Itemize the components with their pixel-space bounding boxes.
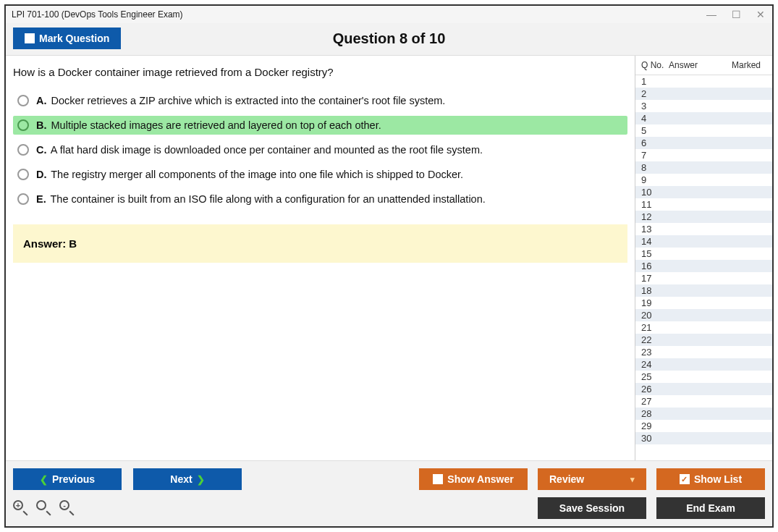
- navigator-qno: 11: [641, 199, 669, 210]
- zoom-reset-icon[interactable]: [36, 500, 52, 516]
- previous-button[interactable]: ❮ Previous: [13, 468, 122, 490]
- option-letter: C.: [36, 144, 47, 156]
- navigator-marked-cell: [724, 359, 768, 370]
- question-pane: How is a Docker container image retrieve…: [6, 56, 635, 460]
- navigator-row[interactable]: 3: [635, 100, 772, 112]
- navigator-row[interactable]: 29: [635, 420, 772, 432]
- navigator-row[interactable]: 26: [635, 383, 772, 395]
- navigator-answer-cell: [669, 371, 724, 382]
- navigator-marked-cell: [724, 285, 768, 296]
- action-buttons-2: Save Session End Exam: [538, 497, 765, 519]
- navigator-qno: 27: [641, 396, 669, 407]
- navigator-marked-cell: [724, 371, 768, 382]
- navigator-row[interactable]: 8: [635, 161, 772, 174]
- navigator-row[interactable]: 7: [635, 149, 772, 161]
- navigator-row[interactable]: 24: [635, 358, 772, 371]
- maximize-button[interactable]: ☐: [730, 9, 742, 20]
- option-row[interactable]: A. Docker retrieves a ZIP archive which …: [13, 91, 627, 110]
- option-row[interactable]: E. The container is built from an ISO fi…: [13, 190, 627, 208]
- navigator-row[interactable]: 15: [635, 248, 772, 260]
- navigator-row[interactable]: 20: [635, 309, 772, 321]
- navigator-answer-cell: [669, 113, 724, 124]
- save-session-button[interactable]: Save Session: [538, 497, 646, 519]
- minimize-button[interactable]: —: [706, 9, 717, 20]
- navigator-answer-cell: [669, 297, 724, 308]
- navigator-row[interactable]: 16: [635, 260, 772, 272]
- review-label: Review: [549, 473, 584, 485]
- review-button[interactable]: Review ▾: [538, 468, 646, 490]
- option-row[interactable]: C. A flat hard disk image is downloaded …: [13, 140, 627, 159]
- navigator-row[interactable]: 10: [635, 186, 772, 198]
- navigator-answer-cell: [669, 310, 724, 321]
- next-button[interactable]: Next ❯: [133, 468, 242, 490]
- navigator-row[interactable]: 28: [635, 408, 772, 420]
- navigator-row[interactable]: 30: [635, 432, 772, 444]
- navigator-row[interactable]: 25: [635, 371, 772, 383]
- navigator-marked-cell: [724, 347, 768, 358]
- navigator-row[interactable]: 5: [635, 124, 772, 137]
- navigator-qno: 12: [641, 211, 669, 222]
- navigator-row[interactable]: 22: [635, 334, 772, 346]
- navigator-row[interactable]: 9: [635, 174, 772, 186]
- title-bar: LPI 701-100 (DevOps Tools Engineer Exam)…: [6, 6, 772, 23]
- show-answer-button[interactable]: Show Answer: [419, 468, 528, 490]
- navigator-list[interactable]: 1234567891011121314151617181920212223242…: [635, 75, 772, 460]
- navigator-answer-cell: [669, 273, 724, 284]
- header-answer: Answer: [669, 60, 724, 70]
- previous-label: Previous: [52, 473, 95, 485]
- zoom-out-icon[interactable]: -: [59, 500, 75, 516]
- option-row[interactable]: B. Multiple stacked images are retrieved…: [13, 116, 627, 135]
- navigator-answer-cell: [669, 322, 724, 333]
- navigator-row[interactable]: 14: [635, 235, 772, 248]
- question-navigator: Q No. Answer Marked 12345678910111213141…: [635, 56, 772, 460]
- navigator-row[interactable]: 13: [635, 223, 772, 235]
- window-controls: — ☐ ✕: [706, 9, 766, 20]
- navigator-answer-cell: [669, 396, 724, 407]
- mark-question-button[interactable]: Mark Question: [13, 28, 121, 49]
- navigator-row[interactable]: 19: [635, 297, 772, 309]
- navigator-row[interactable]: 6: [635, 137, 772, 149]
- end-exam-button[interactable]: End Exam: [656, 497, 765, 519]
- navigator-row[interactable]: 17: [635, 272, 772, 284]
- option-text: E. The container is built from an ISO fi…: [36, 193, 486, 205]
- navigator-marked-cell: [724, 384, 768, 394]
- footer-row-1: ❮ Previous Next ❯ Show Answer Review ▾: [13, 468, 765, 490]
- navigator-row[interactable]: 4: [635, 112, 772, 124]
- navigator-row[interactable]: 2: [635, 88, 772, 100]
- option-letter: B.: [36, 119, 47, 131]
- close-button[interactable]: ✕: [755, 9, 766, 20]
- zoom-in-icon[interactable]: +: [13, 500, 29, 516]
- show-list-button[interactable]: ✓ Show List: [656, 468, 765, 490]
- save-session-label: Save Session: [559, 502, 625, 514]
- navigator-qno: 4: [641, 113, 669, 124]
- navigator-marked-cell: [724, 273, 768, 284]
- navigator-answer-cell: [669, 125, 724, 136]
- navigator-row[interactable]: 23: [635, 346, 772, 358]
- option-letter: E.: [36, 193, 46, 205]
- navigator-row[interactable]: 1: [635, 75, 772, 88]
- navigator-answer-cell: [669, 224, 724, 235]
- navigator-row[interactable]: 18: [635, 284, 772, 297]
- navigator-qno: 23: [641, 347, 669, 358]
- navigator-answer-cell: [669, 408, 724, 419]
- navigator-marked-cell: [724, 211, 768, 222]
- navigator-qno: 21: [641, 322, 669, 333]
- navigator-row[interactable]: 21: [635, 321, 772, 334]
- navigator-qno: 20: [641, 310, 669, 321]
- radio-icon: [17, 95, 29, 106]
- option-body: The registry merger all components of th…: [48, 169, 464, 180]
- option-letter: A.: [36, 95, 47, 106]
- navigator-answer-cell: [669, 199, 724, 210]
- main-area: How is a Docker container image retrieve…: [6, 56, 772, 460]
- question-text: How is a Docker container image retrieve…: [13, 66, 627, 78]
- navigator-row[interactable]: 11: [635, 198, 772, 211]
- navigator-marked-cell: [724, 187, 768, 198]
- navigator-qno: 2: [641, 88, 669, 99]
- navigator-qno: 18: [641, 285, 669, 296]
- navigator-qno: 10: [641, 187, 669, 198]
- navigator-row[interactable]: 12: [635, 211, 772, 223]
- show-answer-label: Show Answer: [447, 473, 513, 485]
- navigator-answer-cell: [669, 88, 724, 99]
- option-row[interactable]: D. The registry merger all components of…: [13, 165, 627, 184]
- navigator-row[interactable]: 27: [635, 395, 772, 408]
